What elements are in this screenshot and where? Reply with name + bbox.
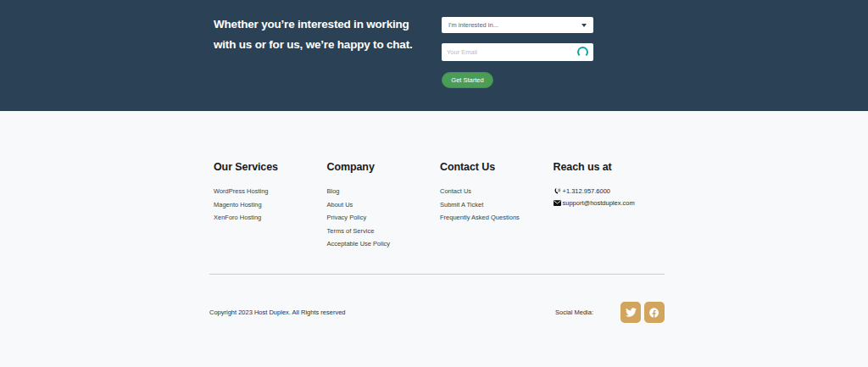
footer-link-wordpress-hosting[interactable]: WordPress Hosting	[214, 187, 327, 196]
footer-link-xenforo-hosting[interactable]: XenForo Hosting	[214, 214, 327, 222]
column-heading: Our Services	[214, 161, 327, 173]
footer-column-services: Our Services WordPress Hosting Magento H…	[214, 161, 327, 253]
footer-link-about-us[interactable]: About Us	[327, 201, 441, 209]
phone-row[interactable]: +1.312.957.6000	[554, 187, 667, 195]
cta-heading-line1: Whether you’re interested in working	[214, 14, 412, 35]
footer-link-magento-hosting[interactable]: Magento Hosting	[214, 201, 327, 209]
get-started-button[interactable]: Get Started	[442, 72, 493, 88]
page: Whether you’re interested in working wit…	[0, 0, 868, 367]
cta-section: Whether you’re interested in working wit…	[0, 0, 868, 111]
footer-link-privacy-policy[interactable]: Privacy Policy	[327, 214, 441, 222]
interest-select[interactable]: I'm interested in...	[442, 17, 593, 33]
footer-columns: Our Services WordPress Hosting Magento H…	[214, 161, 666, 253]
phone-number: +1.312.957.6000	[563, 187, 611, 195]
interest-select-value: I'm interested in...	[448, 21, 498, 29]
social-media-label: Social Media:	[555, 309, 593, 316]
services-link-list: WordPress Hosting Magento Hosting XenFor…	[214, 187, 327, 222]
phone-volume-icon	[554, 187, 563, 195]
contact-link-list: Contact Us Submit A Ticket Frequently As…	[440, 187, 554, 222]
footer-divider	[209, 274, 665, 275]
chevron-down-icon	[581, 24, 587, 27]
footer-link-submit-a-ticket[interactable]: Submit A Ticket	[440, 201, 554, 209]
footer-section: Our Services WordPress Hosting Magento H…	[0, 111, 868, 367]
facebook-icon	[648, 307, 660, 319]
footer-link-acceptable-use-policy[interactable]: Acceptable Use Policy	[327, 240, 441, 248]
loading-spinner-icon	[577, 47, 588, 58]
cta-heading-line2: with us or for us, we’re happy to chat.	[214, 35, 412, 55]
twitter-icon	[626, 307, 637, 318]
cta-form: I'm interested in... Get Started	[442, 17, 593, 88]
column-heading: Company	[327, 161, 441, 173]
facebook-button[interactable]	[644, 302, 665, 323]
social-media-group: Social Media:	[555, 302, 665, 323]
footer-link-terms-of-service[interactable]: Terms of Service	[327, 227, 441, 236]
footer-link-faq[interactable]: Frequently Asked Questions	[440, 214, 554, 222]
footer-link-blog[interactable]: Blog	[327, 187, 441, 196]
footer-column-reach: Reach us at +1.312.957.6000	[554, 161, 667, 253]
support-email: support@hostduplex.com	[563, 199, 635, 207]
cta-heading: Whether you’re interested in working wit…	[214, 14, 412, 55]
footer-link-contact-us[interactable]: Contact Us	[440, 187, 554, 196]
column-heading: Contact Us	[440, 161, 554, 173]
envelope-icon	[554, 200, 563, 206]
company-link-list: Blog About Us Privacy Policy Terms of Se…	[327, 187, 441, 248]
email-row[interactable]: support@hostduplex.com	[554, 199, 667, 207]
email-input[interactable]	[447, 48, 577, 56]
footer-column-company: Company Blog About Us Privacy Policy Ter…	[327, 161, 441, 253]
footer-column-contact: Contact Us Contact Us Submit A Ticket Fr…	[440, 161, 554, 253]
copyright-text: Copyright 2023 Host Duplex. All Rights r…	[209, 309, 346, 316]
twitter-button[interactable]	[620, 302, 641, 323]
email-field-wrapper	[442, 43, 593, 61]
footer-bottom-row: Copyright 2023 Host Duplex. All Rights r…	[209, 302, 665, 323]
column-heading: Reach us at	[554, 161, 667, 173]
